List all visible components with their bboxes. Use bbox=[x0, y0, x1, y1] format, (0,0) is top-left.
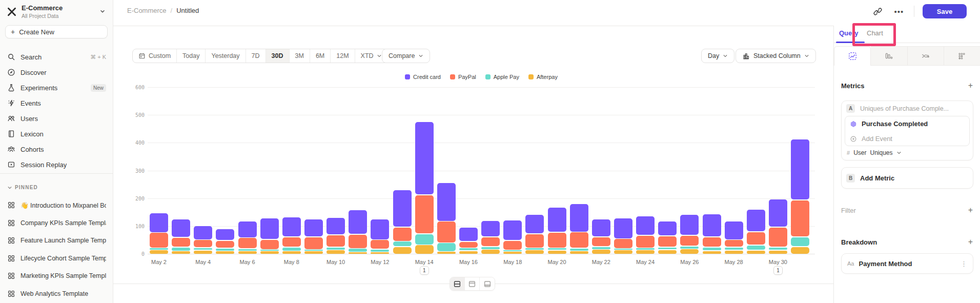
bar-segment[interactable] bbox=[725, 248, 743, 250]
bar-segment[interactable] bbox=[282, 251, 301, 254]
pinned-item-lifecycle-cohort-sample-temp[interactable]: Lifecycle Cohort Sample Temp bbox=[0, 250, 113, 268]
legend-item-paypal[interactable]: PayPal bbox=[450, 74, 476, 80]
bar-segment[interactable] bbox=[503, 252, 522, 254]
bar-segment[interactable] bbox=[172, 219, 190, 237]
sidebar-item-discover[interactable]: Discover bbox=[0, 65, 113, 80]
pinned-item-web-analytics-template[interactable]: Web Analytics Template bbox=[0, 285, 113, 303]
legend-item-credit-card[interactable]: Credit card bbox=[405, 74, 441, 80]
bar-segment[interactable] bbox=[791, 247, 809, 254]
bar-segment[interactable] bbox=[150, 233, 168, 247]
bar-segment[interactable] bbox=[570, 204, 588, 232]
bar-segment[interactable] bbox=[150, 213, 168, 232]
sidebar-item-users[interactable]: Users bbox=[0, 111, 113, 126]
sidebar-item-cohorts[interactable]: Cohorts bbox=[0, 142, 113, 157]
bar-segment[interactable] bbox=[437, 183, 456, 220]
bar-segment[interactable] bbox=[614, 250, 632, 254]
sidebar-item-events[interactable]: Events bbox=[0, 95, 113, 111]
bar-segment[interactable] bbox=[304, 219, 323, 236]
bar-segment[interactable] bbox=[791, 237, 809, 246]
bar-segment[interactable] bbox=[703, 248, 721, 250]
bar-segment[interactable] bbox=[326, 250, 345, 254]
bar-segment[interactable] bbox=[769, 228, 787, 247]
project-switcher[interactable]: E-Commerce All Project Data bbox=[0, 0, 113, 24]
bar-segment[interactable] bbox=[304, 250, 323, 251]
bar-segment[interactable] bbox=[548, 251, 566, 254]
bar-segment[interactable] bbox=[150, 250, 168, 254]
add-breakdown-plus-icon[interactable]: + bbox=[968, 238, 973, 246]
bar-segment[interactable] bbox=[371, 252, 389, 254]
bar-segment[interactable] bbox=[481, 221, 500, 237]
breakdown-card[interactable]: Aa Payment Method ⋮ bbox=[841, 253, 973, 274]
bar-segment[interactable] bbox=[680, 247, 699, 249]
bar-segment[interactable] bbox=[371, 219, 389, 239]
bar-segment[interactable] bbox=[503, 220, 522, 240]
bar-segment[interactable] bbox=[614, 239, 632, 248]
metric-card-b[interactable]: B Add Metric bbox=[841, 167, 973, 189]
annotation-marker[interactable]: 1 bbox=[420, 266, 429, 275]
bar-segment[interactable] bbox=[282, 248, 301, 251]
bar-segment[interactable] bbox=[415, 122, 434, 194]
bar-segment[interactable] bbox=[570, 251, 588, 254]
bar-segment[interactable] bbox=[216, 249, 234, 251]
bar-segment[interactable] bbox=[415, 245, 434, 254]
bar-segment[interactable] bbox=[703, 251, 721, 254]
bar-segment[interactable] bbox=[481, 247, 500, 249]
layout-bottom-button[interactable] bbox=[480, 277, 495, 290]
bar-segment[interactable] bbox=[194, 251, 212, 254]
bar-segment[interactable] bbox=[769, 248, 787, 250]
create-new-button[interactable]: + Create New bbox=[5, 25, 108, 38]
bar-segment[interactable] bbox=[592, 219, 610, 237]
pinned-item-introduction-to-mixpanel-bo[interactable]: 👋 Introduction to Mixpanel Bo bbox=[0, 196, 113, 214]
layout-top-button[interactable] bbox=[465, 277, 480, 290]
legend-item-afterpay[interactable]: Afterpay bbox=[528, 74, 558, 80]
bar-segment[interactable] bbox=[636, 248, 655, 250]
bar-segment[interactable] bbox=[525, 248, 544, 250]
breadcrumb-parent[interactable]: E-Commerce bbox=[127, 7, 167, 14]
share-link-button[interactable] bbox=[871, 5, 884, 18]
bar-segment[interactable] bbox=[349, 235, 367, 248]
bar-segment[interactable] bbox=[371, 240, 389, 249]
bar-segment[interactable] bbox=[371, 250, 389, 252]
bar-segment[interactable] bbox=[481, 250, 500, 254]
bar-segment[interactable] bbox=[393, 247, 412, 254]
pinned-item-marketing-kpis-sample-templat[interactable]: Marketing KPIs Sample Templat bbox=[0, 267, 113, 285]
bar-segment[interactable] bbox=[525, 215, 544, 233]
bar-segment[interactable] bbox=[636, 216, 655, 235]
bar-segment[interactable] bbox=[349, 210, 367, 234]
bar-segment[interactable] bbox=[592, 247, 610, 249]
report-tab-flows[interactable] bbox=[908, 46, 944, 66]
event-row[interactable]: Purchase Completed bbox=[845, 116, 969, 131]
bar-segment[interactable] bbox=[658, 250, 677, 254]
add-event-row[interactable]: Add Event bbox=[845, 131, 969, 146]
bar-segment[interactable] bbox=[747, 232, 765, 245]
bar-segment[interactable] bbox=[172, 251, 190, 254]
add-filter-plus-icon[interactable]: + bbox=[968, 206, 973, 214]
bar-segment[interactable] bbox=[393, 190, 412, 227]
metric-name-placeholder[interactable]: Uniques of Purchase Comple... bbox=[860, 105, 949, 112]
granularity-dropdown[interactable]: Day bbox=[701, 49, 734, 63]
sidebar-item-experiments[interactable]: ExperimentsNew bbox=[0, 80, 113, 95]
breadcrumb-current[interactable]: Untitled bbox=[176, 7, 199, 14]
bar-segment[interactable] bbox=[658, 248, 677, 250]
bar-segment[interactable] bbox=[791, 200, 809, 236]
bar-segment[interactable] bbox=[459, 242, 478, 248]
bar-segment[interactable] bbox=[194, 226, 212, 239]
range-7d[interactable]: 7D bbox=[246, 49, 266, 63]
bar-segment[interactable] bbox=[216, 241, 234, 248]
sidebar-item-lexicon[interactable]: Lexicon bbox=[0, 126, 113, 142]
bar-segment[interactable] bbox=[503, 241, 522, 250]
annotation-marker[interactable]: 1 bbox=[773, 266, 783, 275]
bar-segment[interactable] bbox=[503, 250, 522, 251]
more-options-button[interactable]: ••• bbox=[892, 5, 906, 18]
bar-segment[interactable] bbox=[304, 251, 323, 254]
range-30d[interactable]: 30D bbox=[266, 49, 290, 63]
bar-segment[interactable] bbox=[548, 248, 566, 250]
bar-segment[interactable] bbox=[592, 250, 610, 254]
bar-segment[interactable] bbox=[194, 248, 212, 250]
bar-segment[interactable] bbox=[260, 250, 279, 251]
bar-segment[interactable] bbox=[415, 195, 434, 233]
bar-segment[interactable] bbox=[791, 139, 809, 200]
save-button[interactable]: Save bbox=[923, 4, 967, 18]
bar-segment[interactable] bbox=[260, 218, 279, 239]
bar-segment[interactable] bbox=[238, 221, 257, 237]
